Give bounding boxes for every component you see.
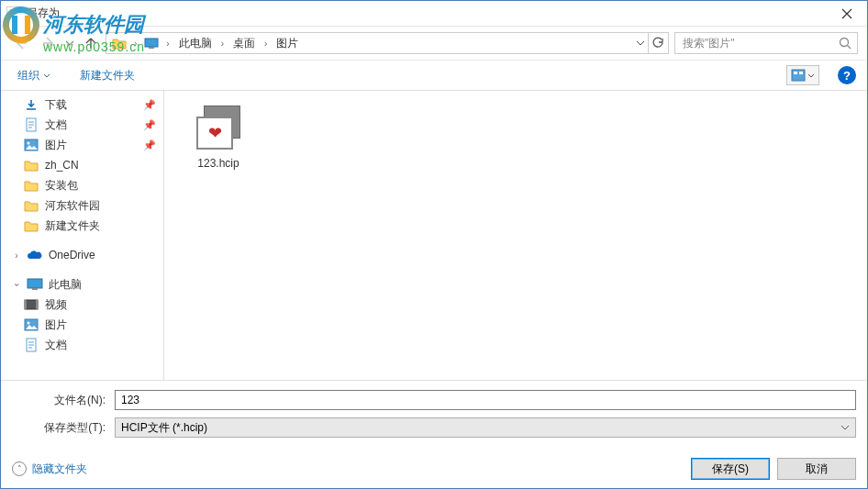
filetype-select[interactable]: HCIP文件 (*.hcip) bbox=[115, 417, 856, 438]
search-box[interactable] bbox=[674, 32, 858, 54]
svg-rect-10 bbox=[32, 288, 38, 290]
save-form: 文件名(N): 保存类型(T): HCIP文件 (*.hcip) bbox=[1, 380, 867, 450]
search-icon[interactable] bbox=[839, 37, 851, 50]
expander-icon[interactable]: › bbox=[12, 280, 22, 289]
filename-label: 文件名(N): bbox=[12, 393, 111, 408]
picture-icon bbox=[23, 317, 39, 332]
folder-icon bbox=[23, 158, 39, 172]
onedrive-icon bbox=[27, 248, 43, 262]
save-button-label: 保存(S) bbox=[712, 461, 749, 477]
hide-folders-label: 隐藏文件夹 bbox=[32, 461, 87, 477]
arrow-up-icon bbox=[83, 36, 98, 50]
sidebar-item-newfolder[interactable]: 新建文件夹 bbox=[1, 216, 163, 236]
expander-icon[interactable]: › bbox=[12, 250, 21, 261]
sidebar-item-label: 文档 bbox=[45, 117, 138, 133]
thispc-icon bbox=[27, 277, 43, 292]
nav-history-dropdown[interactable] bbox=[65, 40, 76, 46]
svg-point-8 bbox=[28, 142, 30, 145]
breadcrumb-bar[interactable]: › › 此电脑 › 桌面 › 图片 bbox=[106, 32, 669, 54]
sidebar-item-thispc[interactable]: › 此电脑 bbox=[1, 274, 163, 295]
close-icon bbox=[841, 8, 852, 19]
view-mode-button[interactable] bbox=[786, 65, 819, 85]
new-folder-button[interactable]: 新建文件夹 bbox=[74, 64, 140, 87]
sidebar-item-hedong[interactable]: 河东软件园 bbox=[1, 195, 163, 216]
nav-up-button[interactable] bbox=[82, 36, 100, 50]
sidebar-item-label: 下载 bbox=[45, 97, 138, 113]
filetype-label: 保存类型(T): bbox=[12, 420, 111, 436]
sidebar-item-onedrive[interactable]: › OneDrive bbox=[1, 245, 163, 265]
sidebar-item-videos[interactable]: 视频 bbox=[1, 295, 163, 315]
nav-forward-button[interactable] bbox=[38, 32, 60, 54]
folder-icon bbox=[23, 218, 39, 233]
folder-icon bbox=[23, 198, 39, 213]
chevron-down-icon bbox=[636, 40, 645, 46]
cancel-button[interactable]: 取消 bbox=[777, 458, 856, 480]
breadcrumb-dropdown[interactable] bbox=[631, 33, 648, 53]
heart-icon: ❤ bbox=[208, 123, 222, 143]
filename-input[interactable] bbox=[115, 390, 856, 410]
sidebar-item-label: 图片 bbox=[45, 317, 163, 333]
file-item[interactable]: ❤ 123.hcip bbox=[177, 104, 260, 170]
breadcrumb-seg-desktop[interactable]: 桌面 bbox=[231, 34, 257, 53]
hide-folders-toggle[interactable]: ˄ 隐藏文件夹 bbox=[12, 461, 87, 477]
sidebar-tree[interactable]: 下载 📌 文档 📌 图片 📌 zh_CN 安装包 河东软件园 新建文件夹 bbox=[1, 91, 164, 380]
breadcrumb-seg-pictures[interactable]: 图片 bbox=[274, 34, 300, 53]
chevron-down-icon bbox=[840, 425, 850, 430]
organize-button[interactable]: 组织 bbox=[12, 64, 56, 87]
titlebar: 另存为 bbox=[1, 1, 867, 27]
file-list-pane[interactable]: ❤ 123.hcip bbox=[164, 91, 867, 380]
svg-point-15 bbox=[28, 322, 30, 325]
sidebar-item-label: 此电脑 bbox=[49, 277, 163, 293]
dropdown-icon bbox=[43, 73, 50, 78]
sidebar-item-label: 图片 bbox=[45, 138, 138, 153]
search-input[interactable] bbox=[675, 33, 857, 53]
svg-rect-13 bbox=[36, 300, 38, 309]
folder-icon bbox=[112, 37, 127, 50]
help-button[interactable]: ? bbox=[838, 66, 856, 84]
cancel-button-label: 取消 bbox=[806, 461, 828, 477]
chevron-down-icon bbox=[807, 73, 815, 78]
sidebar-item-label: 文档 bbox=[45, 338, 163, 353]
svg-rect-0 bbox=[145, 39, 158, 47]
dialog-footer: ˄ 隐藏文件夹 保存(S) 取消 bbox=[1, 450, 867, 489]
sidebar-item-documents[interactable]: 文档 📌 bbox=[1, 115, 163, 135]
save-button[interactable]: 保存(S) bbox=[691, 458, 770, 480]
sidebar-item-pictures2[interactable]: 图片 bbox=[1, 315, 163, 335]
sidebar-item-documents2[interactable]: 文档 bbox=[1, 335, 163, 355]
sidebar-item-pictures[interactable]: 图片 📌 bbox=[1, 135, 163, 155]
svg-rect-9 bbox=[28, 279, 42, 288]
svg-rect-12 bbox=[25, 300, 27, 309]
svg-rect-5 bbox=[799, 72, 803, 74]
svg-rect-3 bbox=[792, 70, 805, 81]
sidebar-item-label: 新建文件夹 bbox=[45, 218, 163, 234]
sidebar-item-installpkg[interactable]: 安装包 bbox=[1, 175, 163, 195]
nav-back-button[interactable] bbox=[10, 32, 32, 54]
navigation-bar: › › 此电脑 › 桌面 › 图片 bbox=[1, 27, 867, 60]
toolbar: 组织 新建文件夹 ? bbox=[1, 60, 867, 91]
sidebar-item-downloads[interactable]: 下载 📌 bbox=[1, 94, 163, 115]
pin-icon: 📌 bbox=[143, 139, 156, 151]
app-icon bbox=[6, 6, 21, 21]
sidebar-item-label: 视频 bbox=[45, 297, 163, 313]
doc-icon bbox=[23, 338, 39, 352]
svg-rect-4 bbox=[794, 72, 797, 74]
organize-label: 组织 bbox=[17, 68, 39, 83]
arrow-left-icon bbox=[12, 34, 30, 52]
chevron-down-icon bbox=[65, 40, 74, 46]
close-button[interactable] bbox=[826, 1, 867, 26]
sidebar-item-zhcn[interactable]: zh_CN bbox=[1, 155, 163, 175]
new-folder-label: 新建文件夹 bbox=[80, 68, 135, 83]
chevron-up-icon: ˄ bbox=[12, 461, 27, 476]
hcip-file-icon: ❤ bbox=[191, 104, 246, 151]
arrow-right-icon bbox=[39, 34, 58, 52]
svg-rect-1 bbox=[149, 47, 154, 49]
folder-icon bbox=[23, 178, 39, 193]
refresh-button[interactable] bbox=[648, 33, 666, 53]
window-title: 另存为 bbox=[27, 6, 60, 21]
sidebar-item-label: OneDrive bbox=[49, 249, 163, 261]
refresh-icon bbox=[651, 37, 664, 50]
main-area: 下载 📌 文档 📌 图片 📌 zh_CN 安装包 河东软件园 新建文件夹 bbox=[1, 91, 867, 380]
download-icon bbox=[23, 97, 39, 112]
svg-point-2 bbox=[840, 39, 849, 47]
breadcrumb-seg-thispc[interactable]: 此电脑 bbox=[177, 34, 214, 53]
